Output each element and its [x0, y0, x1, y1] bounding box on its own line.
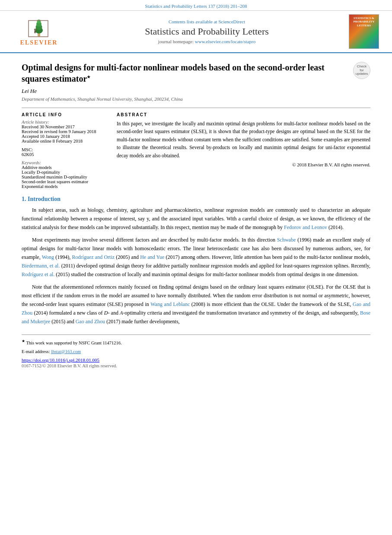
link-bose-mukerjee[interactable]: Bose and Mukerjee: [22, 310, 370, 325]
cover-title-text: STATISTICS &PROBABILITYLETTERS: [353, 16, 374, 27]
link-wong[interactable]: Wong: [42, 254, 54, 260]
svg-point-4: [37, 19, 41, 23]
received-date: Received 30 November 2017: [22, 124, 108, 129]
svg-rect-6: [35, 31, 36, 33]
kw-additive: Additive models: [22, 165, 108, 170]
doi-line: https://doi.org/10.1016/j.spl.2018.01.00…: [22, 357, 370, 363]
elsevier-brand-text: ELSEVIER: [20, 39, 58, 46]
abstract-col: ABSTRACT In this paper, we investigate t…: [117, 112, 370, 189]
link-gao-zhou-2014[interactable]: Gao and Zhou: [22, 301, 370, 316]
science-direct-link: Contents lists available at ScienceDirec…: [73, 19, 340, 24]
main-content: Optimal designs for multi-factor nonline…: [0, 53, 392, 377]
link-he-yue[interactable]: He and Yue: [140, 254, 164, 260]
link-rodriguez-2015[interactable]: Rodríguez et al.: [22, 271, 54, 277]
intro-heading: 1. Introduction: [22, 196, 370, 203]
revised-date: Received in revised form 9 January 2018: [22, 129, 108, 134]
author-name: Lei He: [22, 88, 370, 95]
article-title-section: Optimal designs for multi-factor nonline…: [22, 62, 370, 84]
intro-paragraph-1: In subject areas, such as biology, chemi…: [22, 206, 370, 232]
link-schwabe[interactable]: Schwabe: [277, 237, 296, 243]
affiliation: Department of Mathematics, Shanghai Norm…: [22, 96, 370, 102]
doi-link[interactable]: https://doi.org/10.1016/j.spl.2018.01.00…: [22, 357, 99, 363]
accepted-date: Accepted 10 January 2018: [22, 134, 108, 139]
kw-slse: Second-order least squares estimator: [22, 179, 108, 184]
link-fedorov[interactable]: Fedorov and Leonov: [284, 224, 327, 230]
article-title: Optimal designs for multi-factor nonline…: [22, 62, 353, 84]
copyright-line: © 2018 Elsevier B.V. All rights reserved…: [117, 162, 370, 167]
journal-title-area: Contents lists available at ScienceDirec…: [65, 19, 349, 44]
msc-label: MSC:: [22, 147, 108, 152]
email-link[interactable]: lhstat@163.com: [51, 349, 81, 354]
intro-paragraph-3: Note that the aforementioned references …: [22, 283, 370, 326]
journal-name: Statistics and Probability Letters: [73, 26, 340, 37]
keywords-section: Keywords: Additive models Locally D-opti…: [22, 160, 108, 189]
email-footnote: E-mail address: lhstat@163.com: [22, 348, 370, 355]
available-date: Available online 8 February 2018: [22, 139, 108, 143]
intro-paragraph-2: Most experiments may involve several dif…: [22, 236, 370, 279]
article-info-col: ARTICLE INFO Article history: Received 3…: [22, 112, 108, 189]
crossmark-badge: Checkforupdates: [353, 62, 370, 79]
crossmark-label: Checkforupdates: [356, 65, 368, 76]
title-star: ★: [87, 75, 90, 79]
journal-top-bar: Statistics and Probability Letters 137 (…: [0, 0, 392, 11]
star-footnote: ★ This work was supported by NSFC Grant …: [22, 338, 370, 346]
msc-code: 62K05: [22, 152, 108, 157]
journal-homepage-url[interactable]: www.elsevier.com/locate/stapro: [195, 39, 255, 44]
journal-homepage: journal homepage: www.elsevier.com/locat…: [73, 39, 340, 44]
elsevier-tree-icon: [26, 17, 52, 38]
link-biedermann[interactable]: Biedermann, et al.: [22, 263, 60, 269]
article-history: Article history: Received 30 November 20…: [22, 120, 108, 143]
journal-citation: Statistics and Probability Letters 137 (…: [145, 3, 247, 9]
rights-line: 0167-7152/© 2018 Elsevier B.V. All right…: [22, 363, 370, 368]
kw-locally-d: Locally D-optimality: [22, 170, 108, 175]
article-info-abstract-section: ARTICLE INFO Article history: Received 3…: [22, 108, 370, 189]
science-direct-url[interactable]: ScienceDirect: [218, 19, 245, 24]
history-label: Article history:: [22, 120, 108, 124]
link-wang-leblanc[interactable]: Wang and Leblanc: [150, 301, 190, 307]
journal-cover-image: STATISTICS &PROBABILITYLETTERS: [349, 14, 379, 49]
abstract-header: ABSTRACT: [117, 112, 370, 117]
link-gao-zhou-2017[interactable]: Gao and Zhou: [76, 318, 105, 325]
page: Statistics and Probability Letters 137 (…: [0, 0, 392, 535]
abstract-text: In this paper, we investigate the locall…: [117, 120, 370, 159]
link-rodriguez-ortiz[interactable]: Rodríguez and Ortiz: [72, 254, 115, 260]
keywords-label: Keywords:: [22, 160, 108, 165]
kw-exponential: Exponential models: [22, 184, 108, 189]
msc-section: MSC: 62K05: [22, 147, 108, 157]
elsevier-logo: ELSEVIER: [13, 17, 65, 46]
footnote-divider: ★ This work was supported by NSFC Grant …: [22, 334, 370, 368]
article-info-header: ARTICLE INFO: [22, 112, 108, 117]
kw-standardized: Standardized maximin D-optimality: [22, 175, 108, 179]
svg-point-5: [34, 29, 36, 31]
elsevier-header: ELSEVIER Contents lists available at Sci…: [0, 11, 392, 53]
